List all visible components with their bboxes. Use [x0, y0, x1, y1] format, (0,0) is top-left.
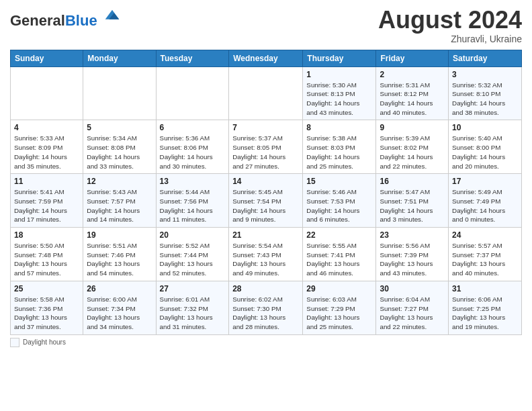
calendar-cell: 12Sunrise: 5:43 AMSunset: 7:57 PMDayligh… [83, 174, 156, 228]
day-info: Sunrise: 5:56 AMSunset: 7:39 PMDaylight:… [380, 241, 445, 278]
day-number: 24 [452, 230, 518, 240]
day-info: Sunrise: 6:04 AMSunset: 7:27 PMDaylight:… [380, 295, 445, 332]
day-info: Sunrise: 6:03 AMSunset: 7:29 PMDaylight:… [306, 295, 372, 332]
day-info: Sunrise: 5:49 AMSunset: 7:49 PMDaylight:… [452, 187, 518, 224]
header-thursday: Thursday [303, 50, 376, 66]
legend-box [10, 338, 19, 347]
calendar-cell: 24Sunrise: 5:57 AMSunset: 7:37 PMDayligh… [449, 228, 522, 281]
day-info: Sunrise: 5:32 AMSunset: 8:10 PMDaylight:… [452, 81, 518, 118]
logo-icon [103, 7, 122, 26]
day-number: 4 [14, 123, 79, 132]
header-monday: Monday [83, 50, 156, 66]
header-sunday: Sunday [11, 50, 83, 66]
day-number: 15 [306, 177, 372, 186]
calendar-cell: 31Sunrise: 6:06 AMSunset: 7:25 PMDayligh… [449, 281, 522, 334]
location-subtitle: Zhuravli, Ukraine [378, 34, 522, 44]
day-number: 3 [452, 70, 518, 79]
calendar-table: Sunday Monday Tuesday Wednesday Thursday… [10, 50, 522, 335]
day-number: 22 [306, 230, 372, 240]
header-friday: Friday [376, 50, 449, 66]
calendar-cell: 17Sunrise: 5:49 AMSunset: 7:49 PMDayligh… [449, 174, 522, 228]
calendar-cell: 3Sunrise: 5:32 AMSunset: 8:10 PMDaylight… [449, 66, 522, 120]
calendar-cell: 28Sunrise: 6:02 AMSunset: 7:30 PMDayligh… [229, 281, 303, 334]
day-info: Sunrise: 5:33 AMSunset: 8:09 PMDaylight:… [14, 134, 79, 171]
header-wednesday: Wednesday [229, 50, 303, 66]
day-info: Sunrise: 5:39 AMSunset: 8:02 PMDaylight:… [380, 134, 445, 171]
day-info: Sunrise: 6:02 AMSunset: 7:30 PMDaylight:… [232, 295, 299, 332]
header-tuesday: Tuesday [156, 50, 229, 66]
day-info: Sunrise: 5:54 AMSunset: 7:43 PMDaylight:… [232, 241, 299, 278]
calendar-cell: 27Sunrise: 6:01 AMSunset: 7:32 PMDayligh… [156, 281, 229, 334]
day-info: Sunrise: 5:52 AMSunset: 7:44 PMDaylight:… [160, 241, 226, 278]
day-number: 8 [306, 123, 372, 132]
day-info: Sunrise: 5:43 AMSunset: 7:57 PMDaylight:… [87, 187, 152, 224]
day-number: 14 [232, 177, 299, 186]
day-info: Sunrise: 5:31 AMSunset: 8:12 PMDaylight:… [380, 81, 445, 118]
calendar-cell: 18Sunrise: 5:50 AMSunset: 7:48 PMDayligh… [11, 228, 83, 281]
calendar-cell: 21Sunrise: 5:54 AMSunset: 7:43 PMDayligh… [229, 228, 303, 281]
logo-general: General [10, 12, 65, 29]
day-number: 31 [452, 284, 518, 293]
calendar-cell [229, 66, 303, 120]
day-info: Sunrise: 6:06 AMSunset: 7:25 PMDaylight:… [452, 295, 518, 332]
legend: Daylight hours [10, 338, 522, 347]
legend-label: Daylight hours [23, 338, 66, 346]
calendar-cell: 8Sunrise: 5:38 AMSunset: 8:03 PMDaylight… [303, 120, 376, 174]
day-number: 25 [14, 284, 79, 293]
calendar-cell: 14Sunrise: 5:45 AMSunset: 7:54 PMDayligh… [229, 174, 303, 228]
day-number: 1 [306, 70, 372, 79]
day-info: Sunrise: 5:30 AMSunset: 8:13 PMDaylight:… [306, 81, 372, 118]
day-info: Sunrise: 5:34 AMSunset: 8:08 PMDaylight:… [87, 134, 152, 171]
calendar-cell: 1Sunrise: 5:30 AMSunset: 8:13 PMDaylight… [303, 66, 376, 120]
calendar-week-row: 4Sunrise: 5:33 AMSunset: 8:09 PMDaylight… [11, 120, 522, 174]
day-number: 26 [87, 284, 152, 293]
calendar-cell: 7Sunrise: 5:37 AMSunset: 8:05 PMDaylight… [229, 120, 303, 174]
calendar-cell: 19Sunrise: 5:51 AMSunset: 7:46 PMDayligh… [83, 228, 156, 281]
calendar-week-row: 1Sunrise: 5:30 AMSunset: 8:13 PMDaylight… [11, 66, 522, 120]
calendar-cell [83, 66, 156, 120]
calendar-cell: 11Sunrise: 5:41 AMSunset: 7:59 PMDayligh… [11, 174, 83, 228]
calendar-cell: 30Sunrise: 6:04 AMSunset: 7:27 PMDayligh… [376, 281, 449, 334]
calendar-week-row: 18Sunrise: 5:50 AMSunset: 7:48 PMDayligh… [11, 228, 522, 281]
day-info: Sunrise: 6:00 AMSunset: 7:34 PMDaylight:… [87, 295, 152, 332]
calendar-cell: 26Sunrise: 6:00 AMSunset: 7:34 PMDayligh… [83, 281, 156, 334]
logo-blue: Blue [65, 12, 97, 29]
day-info: Sunrise: 5:47 AMSunset: 7:51 PMDaylight:… [380, 187, 445, 224]
day-number: 23 [380, 230, 445, 240]
day-info: Sunrise: 5:58 AMSunset: 7:36 PMDaylight:… [14, 295, 79, 332]
day-info: Sunrise: 5:44 AMSunset: 7:56 PMDaylight:… [160, 187, 226, 224]
day-number: 10 [452, 123, 518, 132]
day-number: 18 [14, 230, 79, 240]
day-info: Sunrise: 5:40 AMSunset: 8:00 PMDaylight:… [452, 134, 518, 171]
day-number: 13 [160, 177, 226, 186]
day-info: Sunrise: 5:50 AMSunset: 7:48 PMDaylight:… [14, 241, 79, 278]
day-number: 7 [232, 123, 299, 132]
calendar-cell: 25Sunrise: 5:58 AMSunset: 7:36 PMDayligh… [11, 281, 83, 334]
day-info: Sunrise: 5:51 AMSunset: 7:46 PMDaylight:… [87, 241, 152, 278]
day-number: 2 [380, 70, 445, 79]
calendar-cell: 29Sunrise: 6:03 AMSunset: 7:29 PMDayligh… [303, 281, 376, 334]
day-number: 6 [160, 123, 226, 132]
calendar-cell: 6Sunrise: 5:36 AMSunset: 8:06 PMDaylight… [156, 120, 229, 174]
calendar-cell [11, 66, 83, 120]
logo: GeneralBlue [10, 7, 122, 28]
calendar-cell: 23Sunrise: 5:56 AMSunset: 7:39 PMDayligh… [376, 228, 449, 281]
calendar-cell: 5Sunrise: 5:34 AMSunset: 8:08 PMDaylight… [83, 120, 156, 174]
day-info: Sunrise: 5:45 AMSunset: 7:54 PMDaylight:… [232, 187, 299, 224]
month-year-title: August 2024 [378, 7, 522, 34]
day-number: 29 [306, 284, 372, 293]
calendar-week-row: 25Sunrise: 5:58 AMSunset: 7:36 PMDayligh… [11, 281, 522, 334]
day-number: 19 [87, 230, 152, 240]
day-info: Sunrise: 5:57 AMSunset: 7:37 PMDaylight:… [452, 241, 518, 278]
calendar-cell: 15Sunrise: 5:46 AMSunset: 7:53 PMDayligh… [303, 174, 376, 228]
calendar-cell: 20Sunrise: 5:52 AMSunset: 7:44 PMDayligh… [156, 228, 229, 281]
day-number: 21 [232, 230, 299, 240]
calendar-cell: 2Sunrise: 5:31 AMSunset: 8:12 PMDaylight… [376, 66, 449, 120]
day-info: Sunrise: 6:01 AMSunset: 7:32 PMDaylight:… [160, 295, 226, 332]
day-info: Sunrise: 5:37 AMSunset: 8:05 PMDaylight:… [232, 134, 299, 171]
calendar-cell: 22Sunrise: 5:55 AMSunset: 7:41 PMDayligh… [303, 228, 376, 281]
day-number: 28 [232, 284, 299, 293]
day-number: 20 [160, 230, 226, 240]
day-number: 16 [380, 177, 445, 186]
page-header: GeneralBlue August 2024 Zhuravli, Ukrain… [10, 7, 522, 44]
